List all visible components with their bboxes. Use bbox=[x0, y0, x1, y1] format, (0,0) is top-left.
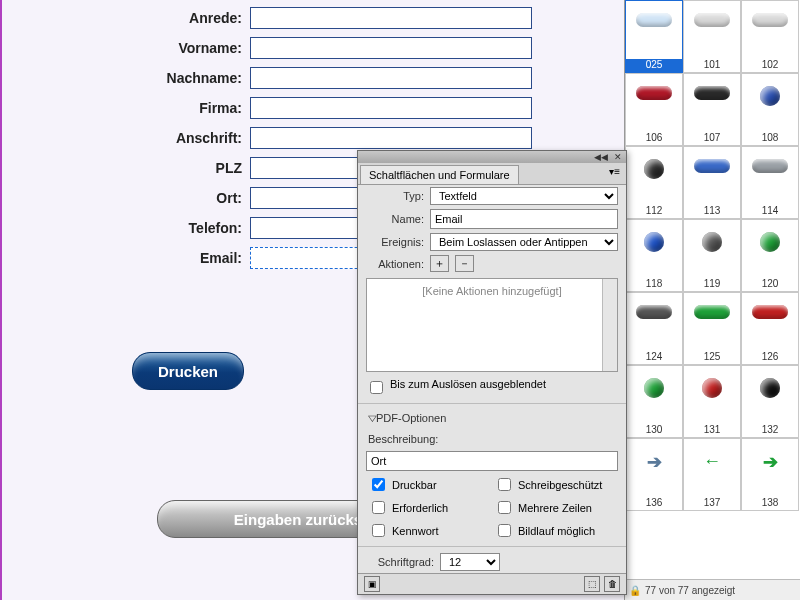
panel-menu-icon[interactable]: ▾≡ bbox=[603, 163, 626, 184]
scroll-checkbox[interactable]: Bildlauf möglich bbox=[494, 521, 604, 540]
name-label: Name: bbox=[366, 213, 424, 225]
library-count: 77 von 77 angezeigt bbox=[645, 585, 735, 596]
password-checkbox[interactable]: Kennwort bbox=[368, 521, 478, 540]
field-label: Nachname: bbox=[2, 70, 250, 86]
library-footer: 🔒 77 von 77 angezeigt bbox=[625, 579, 800, 600]
library-item[interactable]: 132 bbox=[741, 365, 799, 438]
actions-list[interactable]: [Keine Aktionen hinzugefügt] bbox=[366, 278, 618, 372]
form-row: Anrede: bbox=[2, 7, 532, 29]
library-item[interactable]: 125 bbox=[683, 292, 741, 365]
preview-icon[interactable]: ▣ bbox=[364, 576, 380, 592]
description-input[interactable] bbox=[366, 451, 618, 471]
printable-checkbox[interactable]: Druckbar bbox=[368, 475, 478, 494]
library-item[interactable]: 119 bbox=[683, 219, 741, 292]
library-item[interactable]: 102 bbox=[741, 0, 799, 73]
text-field[interactable] bbox=[250, 97, 532, 119]
convert-icon[interactable]: ⬚ bbox=[584, 576, 600, 592]
field-label: Anrede: bbox=[2, 10, 250, 26]
field-label: Firma: bbox=[2, 100, 250, 116]
hidden-until-checkbox[interactable]: Bis zum Auslösen ausgeblendet bbox=[366, 378, 546, 397]
text-field[interactable] bbox=[250, 67, 532, 89]
form-row: Vorname: bbox=[2, 37, 532, 59]
form-row: Anschrift: bbox=[2, 127, 532, 149]
event-select[interactable]: Beim Loslassen oder Antippen bbox=[430, 233, 618, 251]
library-item[interactable]: 114 bbox=[741, 146, 799, 219]
add-action-icon[interactable]: ＋ bbox=[430, 255, 449, 272]
print-button[interactable]: Drucken bbox=[132, 352, 244, 390]
form-row: Firma: bbox=[2, 97, 532, 119]
fontsize-select[interactable]: 12 bbox=[440, 553, 500, 571]
buttons-forms-panel[interactable]: ◀◀ ✕ Schaltflächen und Formulare ▾≡ Typ:… bbox=[357, 150, 627, 595]
event-label: Ereignis: bbox=[366, 236, 424, 248]
library-item[interactable]: 124 bbox=[625, 292, 683, 365]
collapse-icon[interactable]: ◀◀ bbox=[594, 152, 608, 162]
remove-action-icon[interactable]: － bbox=[455, 255, 474, 272]
library-item[interactable]: 131 bbox=[683, 365, 741, 438]
library-item[interactable]: 112 bbox=[625, 146, 683, 219]
field-label: Email: bbox=[2, 250, 250, 266]
library-item[interactable]: 108 bbox=[741, 73, 799, 146]
description-label: Beschreibung: bbox=[358, 429, 626, 449]
readonly-checkbox[interactable]: Schreibgeschützt bbox=[494, 475, 604, 494]
type-label: Typ: bbox=[366, 190, 424, 202]
required-checkbox[interactable]: Erforderlich bbox=[368, 498, 478, 517]
multiline-checkbox[interactable]: Mehrere Zeilen bbox=[494, 498, 604, 517]
text-field[interactable] bbox=[250, 7, 532, 29]
scrollbar[interactable] bbox=[602, 279, 617, 371]
library-item[interactable]: 101 bbox=[683, 0, 741, 73]
trash-icon[interactable]: 🗑 bbox=[604, 576, 620, 592]
library-item[interactable]: ➔138 bbox=[741, 438, 799, 511]
library-item[interactable]: ←137 bbox=[683, 438, 741, 511]
library-item[interactable]: 107 bbox=[683, 73, 741, 146]
library-item[interactable]: ➔136 bbox=[625, 438, 683, 511]
library-item[interactable]: 113 bbox=[683, 146, 741, 219]
lock-icon: 🔒 bbox=[629, 585, 641, 596]
library-item[interactable]: 130 bbox=[625, 365, 683, 438]
pdf-options-section[interactable]: ▽PDF-Optionen bbox=[358, 408, 626, 429]
field-label: PLZ bbox=[2, 160, 250, 176]
field-label: Ort: bbox=[2, 190, 250, 206]
library-item[interactable]: 025 bbox=[625, 0, 683, 73]
close-icon[interactable]: ✕ bbox=[614, 152, 622, 162]
name-input[interactable] bbox=[430, 209, 618, 229]
panel-titlebar[interactable]: ◀◀ ✕ bbox=[358, 151, 626, 163]
library-item[interactable]: 126 bbox=[741, 292, 799, 365]
text-field[interactable] bbox=[250, 127, 532, 149]
field-label: Anschrift: bbox=[2, 130, 250, 146]
library-item[interactable]: 120 bbox=[741, 219, 799, 292]
fontsize-label: Schriftgrad: bbox=[366, 556, 434, 568]
field-label: Telefon: bbox=[2, 220, 250, 236]
panel-tab[interactable]: Schaltflächen und Formulare bbox=[360, 165, 519, 184]
text-field[interactable] bbox=[250, 37, 532, 59]
field-label: Vorname: bbox=[2, 40, 250, 56]
button-library-panel: 0251011021061071081121131141181191201241… bbox=[624, 0, 800, 600]
library-item[interactable]: 118 bbox=[625, 219, 683, 292]
library-item[interactable]: 106 bbox=[625, 73, 683, 146]
actions-label: Aktionen: bbox=[366, 258, 424, 270]
type-select[interactable]: Textfeld bbox=[430, 187, 618, 205]
form-row: Nachname: bbox=[2, 67, 532, 89]
